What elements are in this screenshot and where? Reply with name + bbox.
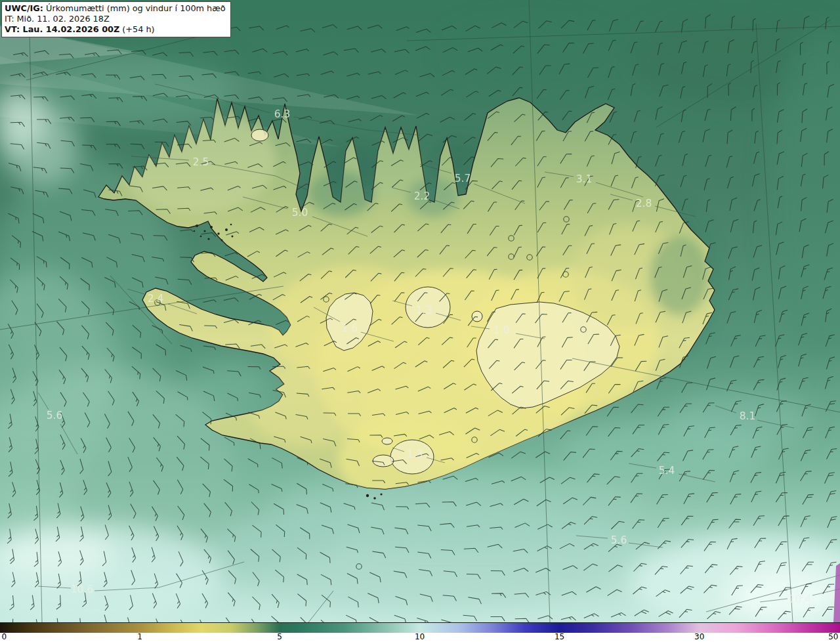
contour-label: 5.4 — [659, 465, 675, 477]
colorbar-tick: 1 — [137, 632, 142, 641]
contour-label: 8.1 — [740, 410, 756, 422]
glacier-tungnafellsjokull — [472, 311, 482, 322]
glacier-eyjafjallajokull — [373, 455, 394, 467]
colorbar-gradient — [0, 622, 840, 633]
contour-label: 1.3 — [407, 448, 423, 460]
contour-label: 2.4 — [148, 293, 164, 305]
valid-time-line: VT: Lau. 14.02.2026 00Z (+54 h) — [5, 24, 226, 35]
valid-time: VT: Lau. 14.02.2026 00Z — [5, 24, 119, 34]
contour-label: 1.3 — [416, 305, 432, 316]
map-svg: 6.32.55.02.25.73.12.82.41.61.31.01.35.68… — [0, 0, 840, 622]
contour-label: 10.4 — [789, 593, 812, 605]
colorbar-labels: 01510153050 — [0, 633, 840, 642]
title-box: UWC/IG: Úrkomumætti (mm) og vindur í 100… — [1, 1, 231, 37]
contour-label: 2.2 — [414, 190, 430, 202]
contour-label: 5.0 — [292, 207, 308, 219]
colorbar-tick: 10 — [415, 632, 425, 641]
title-line: UWC/IG: Úrkomumætti (mm) og vindur í 100… — [5, 3, 226, 14]
product-title: Úrkomumætti (mm) og vindur í 100m hæð — [46, 3, 226, 13]
valid-offset: (+54 h) — [122, 24, 154, 34]
colorbar-tick: 30 — [694, 632, 704, 641]
colorbar-tick: 50 — [828, 632, 838, 641]
contour-label: 10.6 — [71, 584, 94, 595]
glacier-drangajokull — [251, 129, 268, 141]
init-time-line: IT: Mið. 11. 02. 2026 18Z — [5, 14, 226, 24]
contour-label: 1.6 — [342, 322, 358, 334]
contour-label: 6.3 — [274, 108, 291, 120]
contour-label: 3.1 — [576, 173, 593, 185]
product-code: UWC/IG: — [5, 3, 43, 13]
colorbar-tick: 5 — [277, 632, 282, 641]
contour-label: 5.7 — [455, 173, 471, 184]
contour-label: 5.6 — [47, 410, 63, 421]
contour-label: 5.6 — [611, 534, 627, 546]
weather-map-screen: 6.32.55.02.25.73.12.82.41.61.31.01.35.68… — [0, 0, 840, 642]
contour-label: 1.0 — [494, 324, 510, 336]
colorbar-tick: 15 — [555, 632, 564, 641]
contour-label: 2.5 — [193, 156, 209, 168]
glacier-tindfjoll — [382, 438, 392, 444]
map-area: 6.32.55.02.25.73.12.82.41.61.31.01.35.68… — [0, 0, 840, 622]
colorbar-tick: 0 — [2, 632, 7, 641]
colorbar: 01510153050 — [0, 622, 840, 642]
contour-label: 2.8 — [636, 198, 652, 209]
